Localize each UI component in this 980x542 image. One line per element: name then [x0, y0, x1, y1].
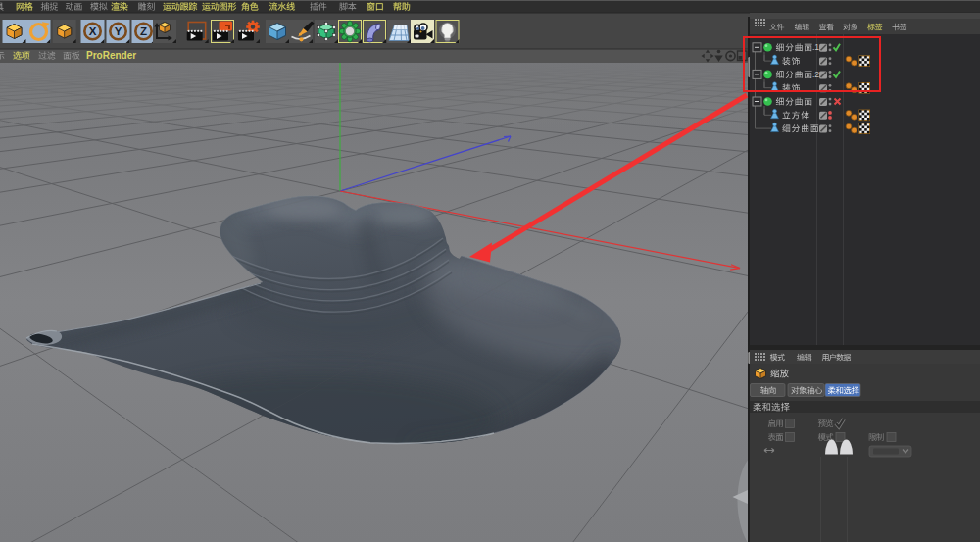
svg-text:.2: .2: [812, 70, 819, 79]
svg-text:X: X: [89, 25, 97, 37]
svg-text:Z: Z: [140, 25, 147, 37]
svg-text:.1: .1: [812, 42, 819, 52]
svg-text:ProRender: ProRender: [86, 50, 136, 61]
svg-text:Y: Y: [115, 25, 122, 37]
